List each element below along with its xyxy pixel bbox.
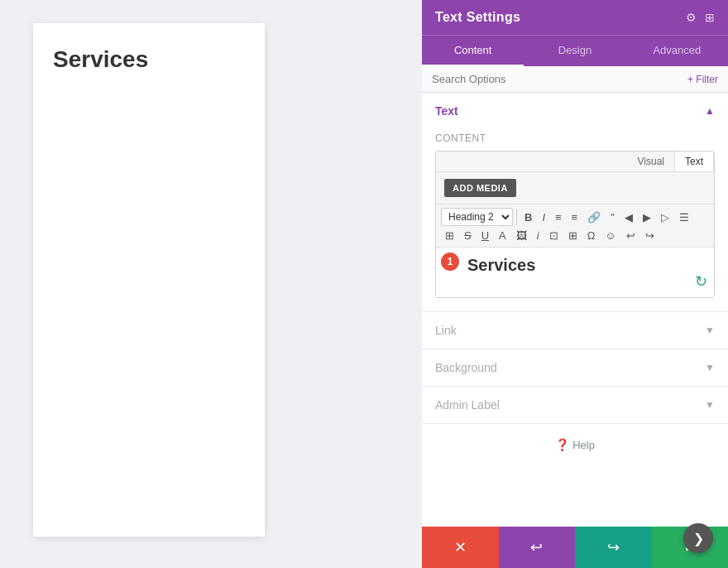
settings-icon[interactable]: ⚙ xyxy=(686,12,697,23)
toolbar-separator-1 xyxy=(516,209,517,224)
toolbar-row-1: Heading 2 Paragraph Heading 1 Heading 3 … xyxy=(441,208,709,226)
search-input[interactable] xyxy=(432,73,681,85)
help-link[interactable]: ❓ Help xyxy=(555,438,595,451)
justify-button[interactable]: ☰ xyxy=(675,209,693,225)
panel-body: Text ▲ Content Visual Text ADD MEDIA xyxy=(422,93,728,527)
admin-label-section-header[interactable]: Admin Label ▼ xyxy=(422,387,728,423)
text-section: Text ▲ Content Visual Text ADD MEDIA xyxy=(422,93,728,312)
search-bar: + Filter xyxy=(422,66,728,93)
floating-icon: ❯ xyxy=(693,531,704,546)
format-button[interactable]: i xyxy=(533,228,544,243)
canvas-heading: Services xyxy=(53,46,245,73)
panel-footer: ✕ ↩ ↪ ✓ xyxy=(422,527,728,568)
tab-design[interactable]: Design xyxy=(524,36,625,66)
text-section-header[interactable]: Text ▲ xyxy=(422,93,728,129)
tab-content[interactable]: Content xyxy=(422,36,524,66)
image-button[interactable]: 🖼 xyxy=(512,228,531,243)
editor-wrapper: Visual Text ADD MEDIA Heading 2 Paragrap… xyxy=(435,151,715,298)
add-media-button[interactable]: ADD MEDIA xyxy=(444,179,516,197)
tab-advanced[interactable]: Advanced xyxy=(626,36,728,66)
settings-panel: Text Settings ⚙ ⊞ Content Design Advance… xyxy=(422,0,728,568)
editor-text: Services xyxy=(444,256,706,275)
link-section-title: Link xyxy=(435,324,457,337)
align-right-button[interactable]: ▷ xyxy=(657,209,673,225)
background-section-header[interactable]: Background ▼ xyxy=(422,349,728,386)
panel-header-icons: ⚙ ⊞ xyxy=(686,12,715,23)
text-section-title: Text xyxy=(435,104,458,118)
align-left-button[interactable]: ◀ xyxy=(620,209,637,225)
heading-select[interactable]: Heading 2 Paragraph Heading 1 Heading 3 xyxy=(441,208,513,226)
admin-label-section: Admin Label ▼ xyxy=(422,387,728,424)
redo-button[interactable]: ↪ xyxy=(575,527,652,568)
help-icon: ❓ xyxy=(555,438,569,451)
link-section-header[interactable]: Link ▼ xyxy=(422,312,728,349)
text-view-btn[interactable]: Text xyxy=(674,152,714,171)
canvas-page: Services xyxy=(33,23,265,537)
toolbar-row-2: ⊞ S U A 🖼 i ⊡ ⊞ Ω ☺ ↩ ↪ xyxy=(441,228,709,243)
color-button[interactable]: A xyxy=(495,228,510,243)
editor-content[interactable]: 1 Services ↻ xyxy=(436,248,714,297)
underline-button[interactable]: U xyxy=(477,228,493,243)
editor-view-bar: Visual Text xyxy=(436,152,714,172)
help-label: Help xyxy=(572,439,595,451)
text-section-content: Content Visual Text ADD MEDIA xyxy=(422,129,728,311)
omega-button[interactable]: Ω xyxy=(583,228,600,243)
align-center-button[interactable]: ▶ xyxy=(639,209,655,225)
bold-button[interactable]: B xyxy=(520,209,536,225)
editor-refresh-icon[interactable]: ↻ xyxy=(695,272,707,291)
background-section-arrow: ▼ xyxy=(705,362,715,373)
ordered-list-button[interactable]: ≡ xyxy=(568,209,582,225)
link-section-arrow: ▼ xyxy=(705,325,715,336)
admin-label-section-title: Admin Label xyxy=(435,398,500,412)
table-button[interactable]: ⊡ xyxy=(545,228,563,243)
admin-label-section-arrow: ▼ xyxy=(705,399,715,411)
strikethrough-button[interactable]: S xyxy=(460,228,476,243)
background-section-title: Background xyxy=(435,361,497,374)
link-section: Link ▼ xyxy=(422,312,728,349)
canvas-area: Services xyxy=(0,0,422,568)
link-button[interactable]: 🔗 xyxy=(583,209,605,225)
cancel-button[interactable]: ✕ xyxy=(422,527,499,568)
content-label: Content xyxy=(435,132,715,144)
panel-tabs: Content Design Advanced xyxy=(422,35,728,66)
emoji-button[interactable]: ☺ xyxy=(601,228,620,243)
visual-view-btn[interactable]: Visual xyxy=(628,152,674,171)
expand-icon[interactable]: ⊞ xyxy=(705,12,715,23)
blockquote-button[interactable]: " xyxy=(606,209,619,225)
editor-badge: 1 xyxy=(441,253,459,271)
panel-title: Text Settings xyxy=(435,10,520,25)
add-media-bar: ADD MEDIA xyxy=(436,172,714,205)
fullscreen-button[interactable]: ⊞ xyxy=(564,228,582,243)
background-section: Background ▼ xyxy=(422,349,728,387)
floating-button[interactable]: ❯ xyxy=(683,523,713,553)
panel-header: Text Settings ⚙ ⊞ xyxy=(422,0,728,35)
undo-editor-button[interactable]: ↩ xyxy=(622,228,639,243)
unordered-list-button[interactable]: ≡ xyxy=(551,209,566,225)
redo-editor-button[interactable]: ↪ xyxy=(641,228,659,243)
undo-button[interactable]: ↩ xyxy=(499,527,576,568)
grid-button[interactable]: ⊞ xyxy=(441,228,458,243)
text-section-arrow: ▲ xyxy=(705,105,715,117)
editor-toolbar: Heading 2 Paragraph Heading 1 Heading 3 … xyxy=(436,205,714,248)
filter-button[interactable]: + Filter xyxy=(687,74,718,85)
help-section: ❓ Help xyxy=(422,424,728,465)
italic-button[interactable]: I xyxy=(538,209,549,225)
